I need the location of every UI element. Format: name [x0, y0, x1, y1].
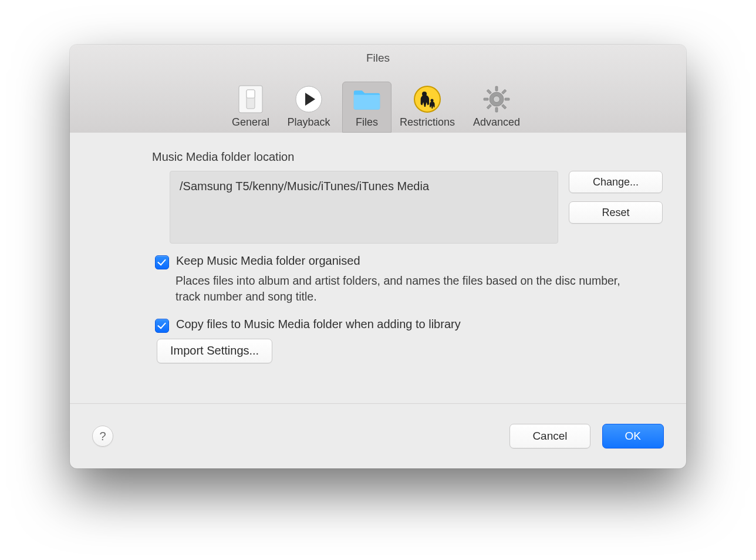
copy-to-folder-label: Copy files to Music Media folder when ad…: [176, 318, 461, 331]
svg-rect-12: [501, 89, 506, 94]
svg-rect-2: [247, 90, 255, 98]
tab-label: Advanced: [473, 116, 520, 129]
tab-playback[interactable]: Playback: [275, 82, 342, 133]
tab-restrictions[interactable]: Restrictions: [392, 82, 463, 133]
copy-to-folder-checkbox[interactable]: [155, 319, 169, 333]
svg-point-16: [494, 96, 500, 103]
svg-point-6: [431, 99, 434, 102]
ok-button[interactable]: OK: [602, 424, 664, 448]
tab-label: Playback: [287, 116, 330, 129]
preferences-toolbar: General Playback: [70, 68, 686, 133]
folder-icon: [352, 85, 382, 114]
svg-rect-15: [501, 104, 506, 109]
svg-rect-9: [495, 107, 498, 112]
cancel-button[interactable]: Cancel: [509, 424, 590, 448]
import-settings-button[interactable]: Import Settings...: [157, 339, 272, 363]
dialog-footer: ? Cancel OK: [70, 403, 686, 468]
svg-rect-8: [495, 86, 498, 91]
reset-folder-button[interactable]: Reset: [569, 201, 663, 224]
tab-advanced[interactable]: Advanced: [463, 82, 530, 133]
tab-label: Files: [356, 116, 378, 129]
tab-label: General: [232, 116, 269, 129]
preferences-window: Files General: [70, 45, 686, 468]
play-icon: [294, 85, 323, 114]
keep-organised-checkbox[interactable]: [155, 255, 169, 269]
gear-icon: [482, 85, 511, 114]
svg-rect-11: [505, 98, 509, 100]
switch-icon: [236, 85, 265, 114]
svg-rect-13: [487, 104, 491, 109]
titlebar: Files General: [70, 45, 686, 133]
help-button[interactable]: ?: [92, 426, 113, 447]
keep-organised-description: Places files into album and artist folde…: [176, 273, 627, 305]
keep-organised-label: Keep Music Media folder organised: [176, 254, 360, 268]
svg-rect-10: [484, 98, 488, 100]
tab-label: Restrictions: [400, 116, 455, 129]
svg-rect-14: [487, 89, 491, 94]
tab-general[interactable]: General: [226, 82, 275, 133]
media-folder-section-label: Music Media folder location: [152, 150, 663, 164]
parental-icon: [413, 85, 442, 114]
files-pane: Music Media folder location /Samsung T5/…: [70, 133, 686, 404]
window-title: Files: [70, 52, 686, 65]
media-folder-path: /Samsung T5/kenny/Music/iTunes/iTunes Me…: [170, 171, 558, 244]
tab-files[interactable]: Files: [342, 82, 392, 133]
change-folder-button[interactable]: Change...: [569, 171, 663, 193]
